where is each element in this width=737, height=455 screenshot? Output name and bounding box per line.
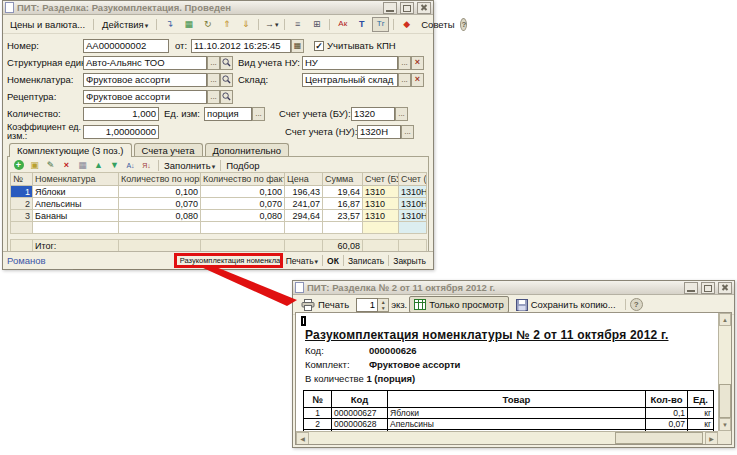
col-num[interactable]: № [11,173,33,186]
copies-spinner[interactable]: ▲▼ [356,298,389,312]
ellipsis-icon[interactable]: ... [207,73,220,87]
actions-button[interactable]: Действия▾ [98,18,152,31]
col-nomen[interactable]: Номенклатура [33,173,119,186]
ellipsis-icon[interactable]: ... [401,125,414,139]
kpn-checkbox[interactable]: ✓ [314,41,324,51]
scroll-down-icon[interactable]: ▼ [719,418,731,431]
magnifier-icon[interactable] [220,56,233,70]
tab-komplektuyushchie[interactable]: Комплектующие (3 поз.) [9,143,132,157]
close-button[interactable] [417,2,431,14]
copies-input[interactable] [356,298,378,312]
minimize-button[interactable] [684,282,698,294]
vscroll-thumb[interactable] [719,384,731,418]
close-form-button[interactable]: Закрыть [390,256,429,266]
vertical-scrollbar[interactable]: ▲ ▼ [718,313,731,431]
ellipsis-icon[interactable]: ... [207,56,220,70]
table-row[interactable]: 3 Бананы 0,080 0,080 294,64 23,57 1310 1… [11,210,427,222]
movements-icon[interactable]: ⊞ [308,17,325,32]
acc-bu-input[interactable]: 1320 [351,107,395,121]
copy-in-icon[interactable]: ⇑ [218,17,235,32]
nomen-input[interactable]: Фруктовое ассорти [83,73,207,87]
sort-asc-icon[interactable]: А↓ [124,159,137,171]
ellipsis-icon[interactable]: ... [398,56,411,70]
close-button[interactable] [718,282,732,294]
add-row-icon[interactable]: + [12,159,25,171]
post-document-icon[interactable]: ↴ [161,17,178,32]
edit-row-icon[interactable]: ✎ [44,159,57,171]
number-input[interactable]: АА000000002 [83,39,169,53]
table-row[interactable]: 1 Яблоки 0,100 0,100 196,43 19,64 1310 1… [11,186,427,198]
struct-unit-input[interactable]: Авто-Альянс ТОО [83,56,207,70]
structure-subordination-icon[interactable]: Тг [372,17,389,32]
tab-dopolnitelno[interactable]: Дополнительно [205,143,289,157]
prices-currency-button[interactable]: Цены и валюта... [6,18,89,31]
magnifier-icon[interactable] [220,90,233,104]
template-icon[interactable]: Т [353,17,370,32]
save-copy-button[interactable]: Сохранить копию... [511,296,621,313]
move-down-icon[interactable]: ▼ [108,159,121,171]
col-acc-bu[interactable]: Счет (БУ) [363,173,399,186]
move-up-icon[interactable]: ▲ [92,159,105,171]
col-qty-fact[interactable]: Количество по факту [201,173,285,186]
ok-button[interactable]: ОК [324,256,342,266]
sort-desc-icon[interactable]: Я↓ [140,159,153,171]
list-icon[interactable]: ≡ [289,17,306,32]
col-acc-nu[interactable]: Счет (.. [399,173,427,186]
view-only-button[interactable]: Только просмотр [409,296,509,313]
ellipsis-icon[interactable]: ... [252,107,265,121]
sklad-input[interactable]: Центральный склад [302,73,398,87]
tips-button[interactable]: Советы [417,18,458,31]
levels-icon[interactable]: ▦ [76,159,89,171]
recipe-input[interactable]: Фруктовое ассорти [83,90,207,104]
report-row[interactable]: 1 000000627 Яблоки 0,1 кг [304,408,714,419]
help-icon[interactable]: ? [630,298,643,311]
hscroll-thumb[interactable] [615,432,703,444]
user-name[interactable]: Романов [7,255,46,266]
date-input[interactable]: 11.10.2012 16:25:45 [191,39,291,53]
titlebar[interactable]: ПИТ: Разделка: Разукомплектация. Проведе… [3,1,433,15]
save-button[interactable]: Записать [345,256,387,266]
unpack-nomenclature-button[interactable]: Разукомплектация номенклатуры [177,256,280,265]
spin-down-icon[interactable]: ▼ [378,305,388,311]
magnifier-icon[interactable] [220,73,233,87]
qty-input[interactable]: 1,000 [83,107,159,121]
acc-correction-icon[interactable]: Ак [334,17,351,32]
ellipsis-icon[interactable]: ... [207,90,220,104]
clear-icon[interactable]: × [411,56,424,70]
nu-kind-input[interactable]: НУ [302,56,398,70]
report-area[interactable]: Разукомплектация номенклатуры № 2 от 11 … [295,312,732,445]
copy-row-icon[interactable]: ▣ [28,159,41,171]
structure-icon[interactable]: ▦ [180,17,197,32]
fill-button[interactable]: Заполнить▾ [164,160,215,171]
scroll-right-icon[interactable]: ▶ [705,432,718,445]
clear-icon[interactable]: × [411,73,424,87]
print-menu-button[interactable]: Печать▾ [283,256,321,266]
coeff-input[interactable]: 1,00000000 [83,125,159,139]
table-row[interactable]: 2 Апельсины 0,070 0,070 241,07 16,87 131… [11,198,427,210]
minimize-button[interactable] [383,2,397,14]
print-button[interactable]: Печать [296,296,354,313]
scroll-up-icon[interactable]: ▲ [719,313,731,326]
titlebar[interactable]: ПИТ: Разделка № 2 от 11 октября 2012 г. [293,281,734,295]
tab-scheta-ucheta[interactable]: Счета учета [134,143,203,157]
pick-button[interactable]: Подбор [226,160,259,171]
report-row[interactable]: 2 000000628 Апельсины 0,07 кг [304,419,714,430]
delete-row-icon[interactable]: × [60,159,73,171]
help-icon[interactable]: ? [460,18,467,31]
maximize-button[interactable] [400,2,414,14]
col-price[interactable]: Цена [285,173,323,186]
col-sum[interactable]: Сумма [323,173,363,186]
unit-meas-input[interactable]: порция [204,107,252,121]
copy-out-icon[interactable]: ⇓ [237,17,254,32]
maximize-button[interactable] [701,282,715,294]
ellipsis-icon[interactable]: ... [395,107,408,121]
scroll-left-icon[interactable]: ◀ [296,432,309,445]
refresh-icon[interactable]: ↻ [199,17,216,32]
calendar-icon[interactable]: ▦ [291,39,304,53]
table-empty-row[interactable] [11,222,427,234]
ellipsis-icon[interactable]: ... [398,73,411,87]
col-qty-norm[interactable]: Количество по норме [119,173,201,186]
go-icon[interactable]: →▾ [263,17,280,32]
horizontal-scrollbar[interactable]: ◀ ▶ [296,431,718,444]
acc-nu-input[interactable]: 1320Н [357,125,401,139]
